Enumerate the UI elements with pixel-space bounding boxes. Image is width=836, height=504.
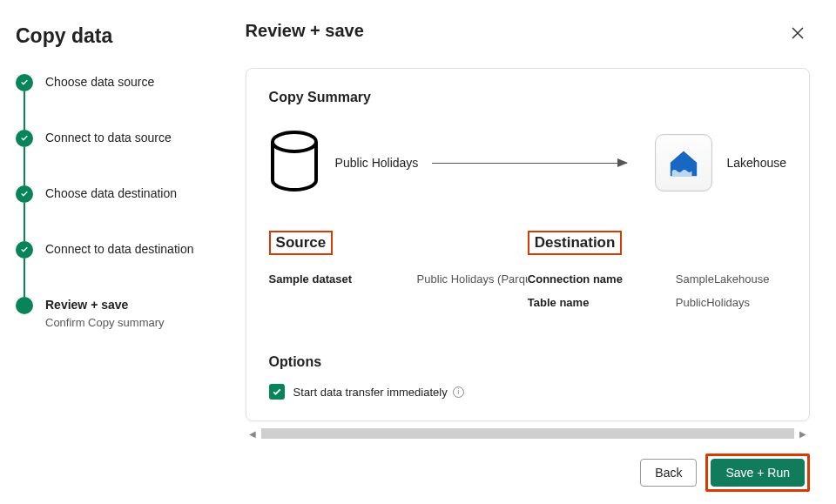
options-heading: Options [269, 354, 786, 370]
scrollbar-thumb[interactable] [261, 428, 794, 439]
destination-row: Connection name SampleLakehouse [528, 272, 786, 286]
row-label: Table name [528, 296, 676, 309]
row-value: Public Holidays (Parquet) [417, 272, 528, 286]
check-icon [16, 130, 33, 147]
row-value: PublicHolidays [676, 296, 750, 309]
step-label: Choose data destination [45, 186, 177, 200]
step-connect-destination[interactable]: Connect to data destination [16, 241, 214, 297]
step-review-save[interactable]: Review + save Confirm Copy summary [16, 297, 214, 329]
row-label: Sample dataset [269, 272, 417, 286]
check-icon [16, 74, 33, 91]
source-object-label: Public Holidays [335, 156, 419, 170]
steps-list: Choose data source Connect to data sourc… [16, 74, 214, 329]
scroll-left-icon[interactable]: ◀ [246, 427, 260, 440]
source-heading: Source [269, 231, 334, 255]
info-icon[interactable]: i [453, 386, 464, 398]
step-label: Connect to data destination [45, 242, 193, 256]
step-label: Connect to data source [45, 131, 172, 144]
destination-details: Destination Connection name SampleLakeho… [528, 231, 786, 319]
option-start-immediately[interactable]: Start data transfer immediately i [269, 384, 786, 400]
destination-object-label: Lakehouse [726, 156, 786, 170]
source-row: Sample dataset Public Holidays (Parquet) [269, 272, 528, 286]
main-panel: Review + save Copy Summary Public Holida… [230, 0, 836, 504]
save-run-button[interactable]: Save + Run [711, 459, 805, 487]
destination-heading: Destination [528, 231, 623, 255]
wizard-sidebar: Copy data Choose data source Connect to … [0, 0, 230, 504]
step-label: Review + save [45, 298, 165, 312]
step-choose-destination[interactable]: Choose data destination [16, 185, 214, 241]
back-button[interactable]: Back [640, 459, 697, 487]
step-sublabel: Confirm Copy summary [45, 316, 165, 329]
checkbox-checked-icon[interactable] [269, 384, 285, 400]
lakehouse-icon [655, 134, 712, 192]
flow-diagram: Public Holidays Lakehouse [269, 130, 786, 196]
svg-point-0 [273, 132, 316, 151]
step-connect-source[interactable]: Connect to data source [16, 130, 214, 185]
option-label: Start data transfer immediately [293, 386, 448, 399]
card-title: Copy Summary [269, 90, 786, 105]
arrow-icon [432, 163, 627, 164]
row-label: Connection name [528, 272, 676, 286]
database-icon [269, 130, 320, 196]
step-label: Choose data source [45, 75, 154, 89]
source-details: Source Sample dataset Public Holidays (P… [269, 231, 528, 319]
footer-actions: Back Save + Run [640, 454, 810, 492]
close-icon [791, 26, 805, 40]
close-button[interactable] [785, 21, 810, 45]
step-choose-source[interactable]: Choose data source [16, 74, 214, 130]
check-icon [16, 241, 33, 259]
check-icon [16, 185, 33, 203]
destination-row: Table name PublicHolidays [528, 296, 786, 309]
row-value: SampleLakehouse [676, 272, 770, 286]
scroll-right-icon[interactable]: ▶ [796, 427, 810, 440]
page-title: Review + save [246, 21, 364, 41]
horizontal-scrollbar[interactable]: ◀ ▶ [246, 427, 810, 440]
current-step-icon [16, 297, 33, 314]
sidebar-title: Copy data [16, 24, 214, 48]
summary-card: Copy Summary Public Holidays [246, 68, 810, 421]
